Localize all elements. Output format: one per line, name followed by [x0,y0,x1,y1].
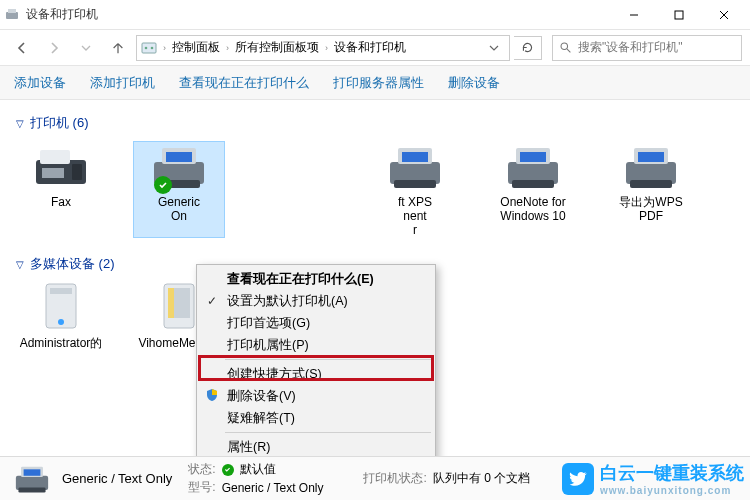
menu-separator [225,359,431,360]
svg-rect-40 [18,487,45,492]
device-media-server[interactable]: Administrator的 [16,283,106,351]
svg-point-9 [561,43,568,50]
address-dropdown[interactable] [483,36,505,60]
device-label: ft XPSnentr [398,196,432,237]
printers-grid: Fax GenericOn ft XPSnentr OneNote for [16,142,734,237]
device-xps[interactable]: ft XPSnentr [370,142,460,237]
cmd-see-printing[interactable]: 查看现在正在打印什么 [179,74,309,92]
device-onenote[interactable]: OneNote for Windows 10 [488,142,578,237]
device-generic-text-only[interactable]: GenericOn [134,142,224,237]
search-placeholder: 搜索"设备和打印机" [578,39,683,56]
printer-icon [620,142,682,192]
cmd-server-props[interactable]: 打印服务器属性 [333,74,424,92]
window-icon [4,7,20,23]
menu-properties[interactable]: 属性(R) [199,436,433,456]
svg-rect-0 [6,12,18,19]
svg-rect-29 [638,152,664,162]
device-fax[interactable]: Fax [16,142,106,237]
status-queue-value: 队列中有 0 个文档 [433,470,530,487]
menu-troubleshoot[interactable]: 疑难解答(T) [199,407,433,429]
chevron-right-icon: › [163,43,166,53]
bird-icon [562,463,594,495]
minimize-button[interactable] [611,0,656,30]
check-icon: ✓ [207,294,217,308]
svg-rect-12 [40,150,70,164]
svg-rect-39 [24,469,41,475]
menu-see-printing[interactable]: 查看现在正在打印什么(E) [199,268,433,290]
watermark-text: 白云一键重装系统 [600,463,744,483]
svg-rect-36 [168,288,174,318]
search-icon [559,41,572,54]
printer-icon [12,462,52,496]
context-menu: 查看现在正在打印什么(E) ✓设置为默认打印机(A) 打印首选项(G) 打印机属… [196,264,436,456]
svg-rect-13 [72,164,82,180]
menu-separator [225,432,431,433]
maximize-button[interactable] [656,0,701,30]
menu-preferences[interactable]: 打印首选项(G) [199,312,433,334]
svg-rect-33 [50,288,72,294]
device-wps-pdf[interactable]: 导出为WPS PDF [606,142,696,237]
menu-set-default[interactable]: ✓设置为默认打印机(A) [199,290,433,312]
device-label: OneNote for Windows 10 [488,196,578,224]
watermark-sub: www.baiyunxitong.com [600,485,744,496]
menu-create-shortcut[interactable]: 创建快捷方式(S) [199,363,433,385]
window-title: 设备和打印机 [26,6,611,23]
chevron-down-icon: ▽ [16,259,24,270]
device-label: Fax [51,196,71,210]
cmd-add-printer[interactable]: 添加打印机 [90,74,155,92]
cmd-add-device[interactable]: 添加设备 [14,74,66,92]
navbar: › 控制面板 › 所有控制面板项 › 设备和打印机 搜索"设备和打印机" [0,30,750,66]
svg-rect-1 [8,9,16,13]
close-button[interactable] [701,0,746,30]
menu-remove-device[interactable]: 删除设备(V) [199,385,433,407]
printer-icon [148,142,210,192]
status-model-value: Generic / Text Only [222,481,324,495]
chevron-down-icon: ▽ [16,118,24,129]
status-state-value: 默认值 [240,461,276,478]
default-badge-icon [154,176,172,194]
search-box[interactable]: 搜索"设备和打印机" [552,35,742,61]
titlebar: 设备和打印机 [0,0,750,30]
content-area: ▽ 打印机 (6) Fax GenericOn ft XPSn [0,100,750,456]
svg-point-7 [145,46,148,49]
check-circle-icon [222,464,234,476]
svg-point-32 [58,319,64,325]
svg-rect-30 [630,180,672,188]
command-bar: 添加设备 添加打印机 查看现在正在打印什么 打印服务器属性 删除设备 [0,66,750,100]
section-title: 打印机 (6) [30,114,89,132]
recent-button[interactable] [72,34,100,62]
svg-rect-6 [142,43,156,53]
shield-icon [205,388,219,405]
up-button[interactable] [104,34,132,62]
menu-printer-properties[interactable]: 打印机属性(P) [199,334,433,356]
breadcrumb-seg[interactable]: 所有控制面板项 [235,39,319,56]
svg-point-8 [151,46,154,49]
forward-button[interactable] [40,34,68,62]
printer-icon [502,142,564,192]
section-title: 多媒体设备 (2) [30,255,115,273]
chevron-right-icon: › [325,43,328,53]
breadcrumb-seg[interactable]: 设备和打印机 [334,39,406,56]
svg-rect-3 [675,11,683,19]
status-state-label: 状态: [188,461,215,478]
breadcrumb-seg[interactable]: 控制面板 [172,39,220,56]
svg-rect-14 [42,168,64,178]
cmd-remove-device[interactable]: 删除设备 [448,74,500,92]
media-server-icon [30,283,92,333]
device-label: GenericOn [158,196,200,224]
device-label: Administrator的 [20,337,103,351]
back-button[interactable] [8,34,36,62]
svg-rect-26 [512,180,554,188]
fax-icon [30,142,92,192]
svg-line-10 [567,49,570,52]
svg-rect-25 [520,152,546,162]
refresh-button[interactable] [514,36,542,60]
status-device-name: Generic / Text Only [62,471,172,486]
section-printers[interactable]: ▽ 打印机 (6) [16,114,734,132]
svg-rect-17 [166,152,192,162]
chevron-right-icon: › [226,43,229,53]
watermark: 白云一键重装系统 www.baiyunxitong.com [562,461,744,496]
svg-rect-22 [394,180,436,188]
control-panel-icon [141,40,157,56]
address-bar[interactable]: › 控制面板 › 所有控制面板项 › 设备和打印机 [136,35,510,61]
